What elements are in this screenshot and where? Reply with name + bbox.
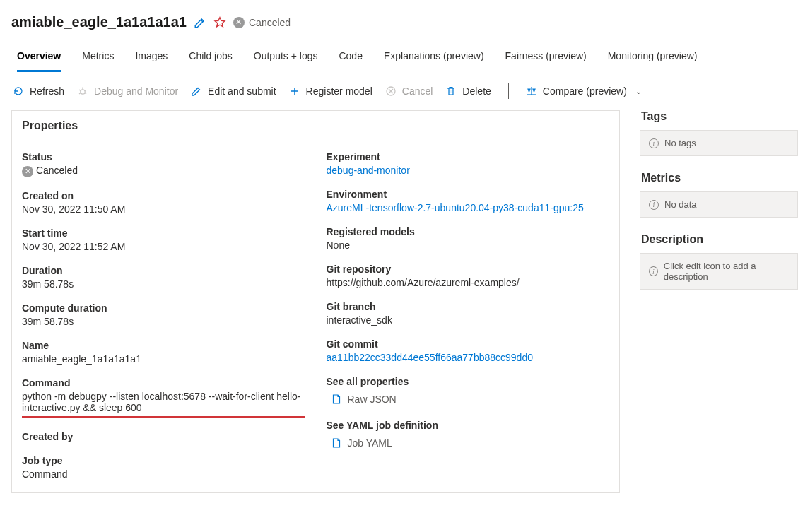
edit-submit-button[interactable]: Edit and submit xyxy=(191,85,276,97)
prop-created-by: Created by xyxy=(22,431,305,442)
description-title: Description xyxy=(640,233,798,253)
prop-value: amiable_eagle_1a1a1a1a1 xyxy=(22,353,305,365)
tab-overview[interactable]: Overview xyxy=(17,46,61,72)
prop-label: Git commit xyxy=(327,338,610,350)
prop-label: Created on xyxy=(22,190,305,201)
status-badge: ✕ Canceled xyxy=(233,17,291,28)
info-icon: i xyxy=(649,266,658,276)
register-model-label: Register model xyxy=(306,85,372,97)
prop-label: Command xyxy=(22,377,305,389)
canceled-icon: ✕ xyxy=(233,17,245,28)
edit-icon[interactable] xyxy=(194,16,206,29)
metrics-panel: Metrics i No data xyxy=(640,172,798,218)
experiment-link[interactable]: debug-and-monitor xyxy=(327,165,410,176)
prop-value: Nov 30, 2022 11:52 AM xyxy=(22,241,305,252)
tab-fairness[interactable]: Fairness (preview) xyxy=(505,46,587,72)
prop-git-repo: Git repository https://github.com/Azure/… xyxy=(327,264,610,288)
prop-value: https://github.com/Azure/azureml-example… xyxy=(327,277,610,288)
description-empty[interactable]: i Click edit icon to add a description xyxy=(640,253,798,290)
raw-json-button[interactable]: Raw JSON xyxy=(327,389,397,405)
prop-value: python -m debugpy --listen localhost:567… xyxy=(22,391,305,413)
refresh-button[interactable]: Refresh xyxy=(13,85,64,97)
metrics-empty-text: No data xyxy=(664,199,697,210)
tab-images[interactable]: Images xyxy=(135,46,168,72)
raw-json-label: Raw JSON xyxy=(348,394,397,405)
svg-point-0 xyxy=(81,90,85,94)
tab-nav: Overview Metrics Images Child jobs Outpu… xyxy=(11,37,798,72)
tab-outputs-logs[interactable]: Outputs + logs xyxy=(254,46,318,72)
debug-monitor-button: Debug and Monitor xyxy=(77,85,178,97)
prop-label: Registered models xyxy=(327,226,610,237)
register-model-button[interactable]: Register model xyxy=(289,85,372,97)
tags-empty-text: No tags xyxy=(664,138,696,148)
info-icon: i xyxy=(649,138,659,148)
compare-label: Compare (preview) xyxy=(543,85,627,97)
status-text: Canceled xyxy=(249,17,291,28)
properties-panel: Properties Status ✕ Canceled Created on … xyxy=(11,110,620,493)
page-header: amiable_eagle_1a1a1a1a1 ✕ Canceled xyxy=(11,11,798,37)
tab-monitoring[interactable]: Monitoring (preview) xyxy=(608,46,698,72)
command-divider xyxy=(508,83,509,99)
prop-label: Name xyxy=(22,340,305,351)
tab-code[interactable]: Code xyxy=(339,46,362,72)
prop-label: Compute duration xyxy=(22,302,305,314)
prop-environment: Environment AzureML-tensorflow-2.7-ubunt… xyxy=(327,189,610,213)
edit-submit-label: Edit and submit xyxy=(208,85,276,97)
prop-value: 39m 58.78s xyxy=(22,278,305,290)
cancel-label: Cancel xyxy=(402,85,433,97)
tags-empty: i No tags xyxy=(640,130,798,156)
prop-job-type: Job type Command xyxy=(22,455,305,480)
tags-panel: Tags i No tags xyxy=(640,110,798,156)
properties-col-right: Experiment debug-and-monitor Environment… xyxy=(327,151,610,480)
compare-button[interactable]: Compare (preview) ⌄ xyxy=(526,85,642,97)
prop-duration: Duration 39m 58.78s xyxy=(22,265,305,290)
prop-value: interactive_sdk xyxy=(327,314,610,326)
job-yaml-label: Job YAML xyxy=(348,437,392,449)
prop-label: Environment xyxy=(327,189,610,200)
prop-experiment: Experiment debug-and-monitor xyxy=(327,151,610,176)
command-bar: Refresh Debug and Monitor Edit and submi… xyxy=(11,72,798,110)
properties-title: Properties xyxy=(12,111,619,141)
metrics-empty: i No data xyxy=(640,191,798,218)
prop-label: See all properties xyxy=(327,376,610,387)
prop-label: Experiment xyxy=(327,151,610,162)
job-yaml-button[interactable]: Job YAML xyxy=(327,433,392,449)
environment-link[interactable]: AzureML-tensorflow-2.7-ubuntu20.04-py38-… xyxy=(327,202,584,213)
highlight-underline xyxy=(22,416,305,418)
prop-created-on: Created on Nov 30, 2022 11:50 AM xyxy=(22,190,305,215)
prop-value: Nov 30, 2022 11:50 AM xyxy=(22,203,305,215)
prop-label: Duration xyxy=(22,265,305,276)
prop-value: Command xyxy=(22,468,305,480)
canceled-icon: ✕ xyxy=(22,166,33,177)
prop-label: See YAML job definition xyxy=(327,420,610,431)
prop-compute-duration: Compute duration 39m 58.78s xyxy=(22,302,305,327)
side-column: Tags i No tags Metrics i No data Descrip… xyxy=(640,110,798,290)
properties-col-left: Status ✕ Canceled Created on Nov 30, 202… xyxy=(22,151,305,480)
description-panel: Description i Click edit icon to add a d… xyxy=(640,233,798,290)
prop-start-time: Start time Nov 30, 2022 11:52 AM xyxy=(22,227,305,252)
prop-command: Command python -m debugpy --listen local… xyxy=(22,377,305,418)
page-title: amiable_eagle_1a1a1a1a1 xyxy=(11,14,187,30)
git-commit-link[interactable]: aa11bb22cc33dd44ee55ff66aa77bb88cc99dd0 xyxy=(327,352,533,363)
description-empty-text: Click edit icon to add a description xyxy=(664,261,789,282)
prop-label: Git branch xyxy=(327,301,610,312)
delete-label: Delete xyxy=(462,85,491,97)
prop-label: Job type xyxy=(22,455,305,466)
info-icon: i xyxy=(649,200,659,210)
delete-button[interactable]: Delete xyxy=(445,85,491,97)
chevron-down-icon: ⌄ xyxy=(635,87,642,96)
tab-child-jobs[interactable]: Child jobs xyxy=(189,46,232,72)
prop-label: Status xyxy=(22,151,305,162)
prop-see-yaml: See YAML job definition Job YAML xyxy=(327,420,610,451)
prop-label: Created by xyxy=(22,431,305,442)
tab-metrics[interactable]: Metrics xyxy=(82,46,114,72)
prop-value: Canceled xyxy=(36,165,78,176)
tab-explanations[interactable]: Explanations (preview) xyxy=(384,46,484,72)
metrics-title: Metrics xyxy=(640,172,798,191)
prop-git-branch: Git branch interactive_sdk xyxy=(327,301,610,326)
tags-title: Tags xyxy=(640,110,798,130)
star-icon[interactable] xyxy=(213,16,226,29)
prop-name: Name amiable_eagle_1a1a1a1a1 xyxy=(22,340,305,365)
prop-value: None xyxy=(327,240,610,251)
prop-see-all: See all properties Raw JSON xyxy=(327,376,610,407)
